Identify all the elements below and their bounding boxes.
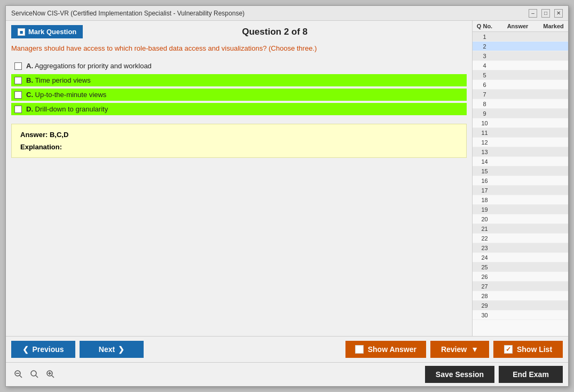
main-content: ■ Mark Question Question 2 of 8 Managers… (6, 21, 568, 336)
mark-question-button[interactable]: ■ Mark Question (11, 25, 83, 38)
close-button[interactable]: ✕ (554, 9, 563, 18)
show-list-button[interactable]: ✓ Show List (493, 341, 563, 358)
option-d-text: D. Drill-down to granularity (26, 105, 108, 113)
mark-question-label: Mark Question (28, 28, 76, 36)
left-panel: ■ Mark Question Question 2 of 8 Managers… (6, 21, 472, 336)
question-list-row-24[interactable]: 24 (473, 253, 568, 262)
save-session-label: Save Session (436, 370, 484, 379)
qno-cell: 11 (473, 130, 497, 136)
qno-cell: 23 (473, 245, 497, 251)
qno-cell: 17 (473, 187, 497, 194)
review-arrow-icon: ▼ (471, 345, 478, 354)
answer-text: Answer: B,C,D (20, 131, 458, 139)
question-list-row-22[interactable]: 22 (473, 234, 568, 243)
option-a-checkbox[interactable] (14, 62, 22, 70)
qno-cell: 21 (473, 226, 497, 232)
option-b-checkbox[interactable] (14, 77, 22, 84)
question-list-row-19[interactable]: 19 (473, 205, 568, 214)
question-list-row-2[interactable]: 2 (473, 42, 568, 51)
question-list-row-6[interactable]: 6 (473, 80, 568, 90)
options-list: A. Aggregations for priority and workloa… (11, 60, 467, 115)
question-list-row-25[interactable]: 25 (473, 262, 568, 272)
qno-cell: 1 (473, 34, 497, 40)
show-answer-label: Show Answer (368, 345, 416, 354)
qno-cell: 29 (473, 302, 497, 309)
save-session-button[interactable]: Save Session (425, 366, 494, 383)
bottom-actions: Save Session End Exam (6, 362, 568, 386)
option-c-text: C. Up-to-the-minute views (26, 91, 106, 99)
qno-cell: 8 (473, 101, 497, 107)
previous-button[interactable]: Previous (11, 341, 75, 358)
question-list-row-26[interactable]: 26 (473, 272, 568, 282)
show-answer-button[interactable]: Show Answer (345, 341, 426, 358)
maximize-button[interactable]: □ (541, 9, 550, 18)
option-a-text: A. Aggregations for priority and workloa… (26, 62, 152, 70)
answer-box: Answer: B,C,D Explanation: (11, 124, 467, 158)
review-label: Review (441, 345, 467, 354)
show-list-checkbox-icon: ✓ (504, 345, 513, 354)
minimize-button[interactable]: – (529, 9, 537, 18)
svg-point-3 (31, 371, 36, 376)
question-list-row-5[interactable]: 5 (473, 70, 568, 80)
qno-cell: 16 (473, 178, 497, 184)
qno-header: Q No. (473, 23, 497, 29)
toolbar: ■ Mark Question Question 2 of 8 (11, 25, 467, 38)
qno-cell: 14 (473, 158, 497, 165)
question-list-row-11[interactable]: 11 (473, 128, 568, 138)
answer-header: Answer (497, 23, 539, 29)
qno-cell: 15 (473, 168, 497, 174)
bottom-nav: Previous Next Show Answer Review ▼ ✓ Sho… (6, 336, 568, 362)
question-list-row-28[interactable]: 28 (473, 291, 568, 301)
question-title: Question 2 of 8 (83, 27, 467, 37)
question-list-row-3[interactable]: 3 (473, 51, 568, 61)
option-c-checkbox[interactable] (14, 91, 22, 99)
question-list-row-7[interactable]: 7 (473, 90, 568, 99)
qno-cell: 20 (473, 216, 497, 222)
qno-cell: 12 (473, 139, 497, 146)
qno-cell: 18 (473, 197, 497, 203)
option-b[interactable]: B. Time period views (11, 74, 467, 86)
zoom-reset-button[interactable] (27, 368, 41, 381)
qno-cell: 22 (473, 235, 497, 242)
next-arrow-icon (118, 345, 124, 354)
question-list-row-17[interactable]: 17 (473, 186, 568, 195)
next-button[interactable]: Next (80, 341, 144, 358)
question-list-row-8[interactable]: 8 (473, 99, 568, 109)
option-c[interactable]: C. Up-to-the-minute views (11, 89, 467, 101)
question-list-row-15[interactable]: 15 (473, 166, 568, 176)
zoom-in-button[interactable] (43, 368, 57, 381)
question-list-row-29[interactable]: 29 (473, 301, 568, 310)
question-list-row-21[interactable]: 21 (473, 224, 568, 234)
qno-cell: 5 (473, 72, 497, 78)
question-list[interactable]: 1234567891011121314151617181920212223242… (473, 32, 568, 336)
question-list-row-18[interactable]: 18 (473, 195, 568, 205)
window-title: ServiceNow CIS-VR (Certified Implementat… (11, 10, 245, 17)
qno-cell: 19 (473, 206, 497, 213)
end-exam-label: End Exam (513, 370, 549, 379)
question-list-row-20[interactable]: 20 (473, 214, 568, 224)
end-exam-button[interactable]: End Exam (499, 366, 563, 383)
question-list-row-10[interactable]: 10 (473, 118, 568, 128)
zoom-controls (11, 368, 57, 381)
question-list-row-12[interactable]: 12 (473, 138, 568, 147)
question-list-row-13[interactable]: 13 (473, 147, 568, 157)
question-list-row-14[interactable]: 14 (473, 157, 568, 166)
option-d-checkbox[interactable] (14, 106, 22, 113)
question-list-row-30[interactable]: 30 (473, 310, 568, 320)
previous-label: Previous (32, 345, 64, 354)
question-list-row-1[interactable]: 1 (473, 32, 568, 42)
question-list-row-27[interactable]: 27 (473, 282, 568, 291)
question-list-row-9[interactable]: 9 (473, 109, 568, 118)
zoom-out-button[interactable] (11, 368, 25, 381)
marked-header: Marked (539, 23, 568, 29)
right-panel: Q No. Answer Marked 12345678910111213141… (472, 21, 568, 336)
question-list-row-16[interactable]: 16 (473, 176, 568, 186)
question-list-row-4[interactable]: 4 (473, 61, 568, 70)
qno-cell: 6 (473, 82, 497, 88)
qno-cell: 10 (473, 120, 497, 126)
review-button[interactable]: Review ▼ (430, 341, 489, 358)
question-list-row-23[interactable]: 23 (473, 243, 568, 253)
option-d[interactable]: D. Drill-down to granularity (11, 103, 467, 115)
qno-cell: 9 (473, 110, 497, 117)
option-a[interactable]: A. Aggregations for priority and workloa… (11, 60, 467, 72)
